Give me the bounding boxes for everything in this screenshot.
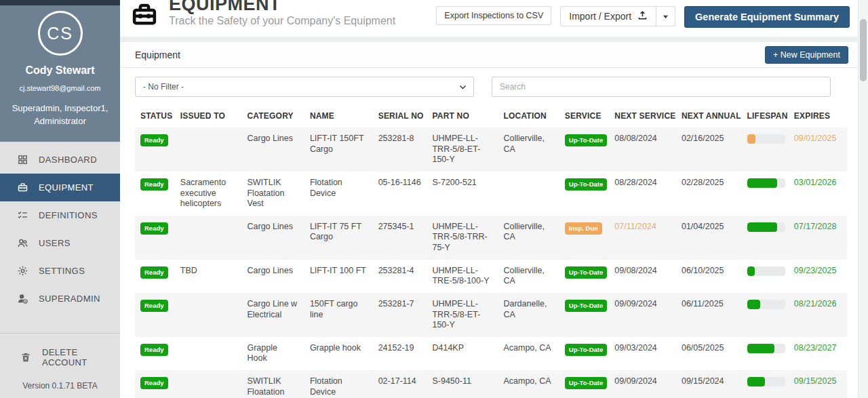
- status-badge: Ready: [140, 344, 168, 356]
- sidebar-item-label: EQUIPMENT: [39, 182, 94, 193]
- serial-no-cell: 253281-7: [373, 293, 427, 337]
- service-badge: Up-To-Date: [565, 178, 607, 191]
- column-header: CATEGORY: [241, 107, 304, 127]
- next-annual-cell: 06/10/2025: [676, 260, 742, 293]
- serial-no-cell: 05-16-1146: [373, 172, 427, 216]
- sidebar-item-label: SUPERADMIN: [39, 294, 100, 304]
- service-cell: Up-To-Date: [559, 260, 610, 293]
- next-service-cell: 08/28/2024: [609, 172, 676, 216]
- user-roles: Superadmin, Inspector1, Administrator: [7, 102, 113, 128]
- trash-icon: [20, 352, 31, 363]
- status-badge: Ready: [140, 377, 168, 389]
- new-equipment-button[interactable]: + New Equipment: [765, 46, 848, 64]
- sidebar-item-equipment[interactable]: EQUIPMENT: [0, 174, 120, 201]
- name-cell: LIFT-IT 150FT Cargo: [304, 127, 373, 172]
- sidebar-item-superadmin[interactable]: SUPERADMIN: [0, 285, 120, 313]
- service-cell: Up-To-Date: [559, 337, 610, 370]
- caret-down-icon: [663, 10, 669, 22]
- avatar-initials: CS: [47, 24, 73, 43]
- next-annual-cell: 02/16/2025: [676, 127, 742, 172]
- sidebar-item-settings[interactable]: SETTINGS: [0, 257, 120, 285]
- service-cell: Up-To-Date: [559, 127, 610, 172]
- column-header: EXPIRES: [789, 107, 847, 127]
- generate-equipment-summary-button[interactable]: Generate Equipment Summary: [684, 6, 850, 28]
- lifespan-fill: [747, 134, 755, 144]
- name-cell: 150FT cargo line: [304, 293, 373, 337]
- column-header: SERIAL NO: [373, 107, 427, 127]
- import-export-button[interactable]: Import / Export: [561, 7, 656, 26]
- next-service-cell: 09/03/2024: [609, 337, 676, 370]
- expires-cell: 08/21/2026: [789, 293, 847, 337]
- scrollbar-thumb[interactable]: [860, 19, 867, 81]
- import-export-caret-button[interactable]: [656, 7, 675, 26]
- checklist-icon: [17, 210, 28, 221]
- page-subtitle: Track the Safety of your Company's Equip…: [169, 15, 395, 27]
- category-cell: Cargo Lines: [241, 260, 304, 293]
- main-area: EQUIPMENT Track the Safety of your Compa…: [120, 0, 868, 398]
- next-annual-cell: 06/05/2025: [676, 337, 742, 370]
- column-header: NAME: [304, 107, 373, 127]
- status-cell: Ready: [135, 172, 175, 216]
- chevron-down-icon: [458, 83, 467, 92]
- issued-to-cell: [175, 337, 242, 370]
- table-row[interactable]: Ready Cargo Lines LIFT-IT 75 FT Cargo 27…: [135, 216, 847, 260]
- export-inspections-csv-button[interactable]: Export Inspections to CSV: [436, 6, 551, 25]
- column-header: LOCATION: [498, 107, 559, 127]
- status-cell: Ready: [135, 127, 175, 172]
- lifespan-fill: [747, 300, 761, 309]
- name-cell: LIFT-IT 75 FT Cargo: [304, 216, 373, 260]
- sidebar-item-label: DEFINITIONS: [39, 210, 98, 220]
- serial-no-cell: 253281-4: [373, 260, 427, 293]
- import-export-label: Import / Export: [569, 11, 631, 22]
- table-row[interactable]: Ready TBD Cargo Lines LIFT-IT 100 FT 253…: [135, 260, 847, 293]
- panel-title: Equipment: [135, 49, 180, 60]
- next-annual-cell: 01/04/2025: [676, 216, 742, 260]
- table-row[interactable]: Ready Cargo Line w Electrical 150FT carg…: [135, 293, 847, 337]
- user-name: Cody Stewart: [7, 64, 113, 77]
- sidebar-item-users[interactable]: USERS: [0, 229, 120, 257]
- issued-to-cell: [175, 370, 242, 398]
- table-row[interactable]: Ready SWITLIK Floatation Vest Flotation …: [135, 370, 847, 398]
- serial-no-cell: 275345-1: [373, 216, 427, 260]
- sidebar-item-definitions[interactable]: DEFINITIONS: [0, 201, 120, 229]
- part-no-cell: D414KP: [427, 337, 498, 370]
- delete-account-button[interactable]: DELETE ACCOUNT: [0, 342, 120, 373]
- category-cell: Cargo Lines: [241, 127, 304, 172]
- lifespan-cell: [742, 127, 789, 172]
- toolbox-icon: [17, 182, 28, 193]
- version-label: Version 0.1.71 BETA: [0, 373, 120, 398]
- user-profile: CS Cody Stewart cj.stewart98@gmail.com S…: [0, 5, 120, 142]
- lifespan-cell: [742, 172, 789, 216]
- category-cell: SWITLIK Floatation Vest: [241, 172, 304, 216]
- users-icon: [17, 237, 28, 249]
- search-input[interactable]: [492, 77, 831, 97]
- filter-select[interactable]: - No Filter -: [135, 77, 474, 97]
- name-cell: Flotation Device: [304, 172, 373, 216]
- column-header: STATUS: [135, 107, 175, 127]
- page-title: EQUIPMENT: [169, 0, 395, 14]
- sidebar: CS Cody Stewart cj.stewart98@gmail.com S…: [0, 0, 120, 398]
- location-cell: [498, 172, 559, 216]
- service-badge: Up-To-Date: [565, 377, 607, 389]
- table-row[interactable]: Ready Cargo Lines LIFT-IT 150FT Cargo 25…: [135, 127, 847, 172]
- filter-select-value: - No Filter -: [143, 82, 184, 92]
- next-service-cell: 08/08/2024: [609, 127, 676, 172]
- table-row[interactable]: Ready Sacramento executive helicopters S…: [135, 172, 847, 216]
- next-service-cell: 09/09/2024: [609, 293, 676, 337]
- app-window: CS Cody Stewart cj.stewart98@gmail.com S…: [0, 0, 868, 398]
- issued-to-cell: Sacramento executive helicopters: [175, 172, 242, 216]
- name-cell: Grapple hook: [304, 337, 373, 370]
- next-service-cell: 09/09/2024: [609, 370, 676, 398]
- admin-person-icon: [17, 293, 28, 304]
- service-cell: Up-To-Date: [559, 370, 610, 398]
- serial-no-cell: 253281-8: [373, 127, 427, 172]
- lifespan-bar: [747, 377, 785, 386]
- service-badge: Up-To-Date: [565, 300, 607, 312]
- location-cell: Acampo, CA: [498, 370, 559, 398]
- table-row[interactable]: Ready Grapple Hook Grapple hook 24152-19…: [135, 337, 847, 370]
- vertical-scrollbar[interactable]: [858, 0, 868, 398]
- category-cell: Cargo Line w Electrical: [241, 293, 304, 337]
- part-no-cell: UHMPE-LL-TRR-5/8-ET-150-Y: [427, 293, 498, 337]
- header-gap: [120, 37, 858, 42]
- sidebar-item-dashboard[interactable]: DASHBOARD: [0, 146, 120, 174]
